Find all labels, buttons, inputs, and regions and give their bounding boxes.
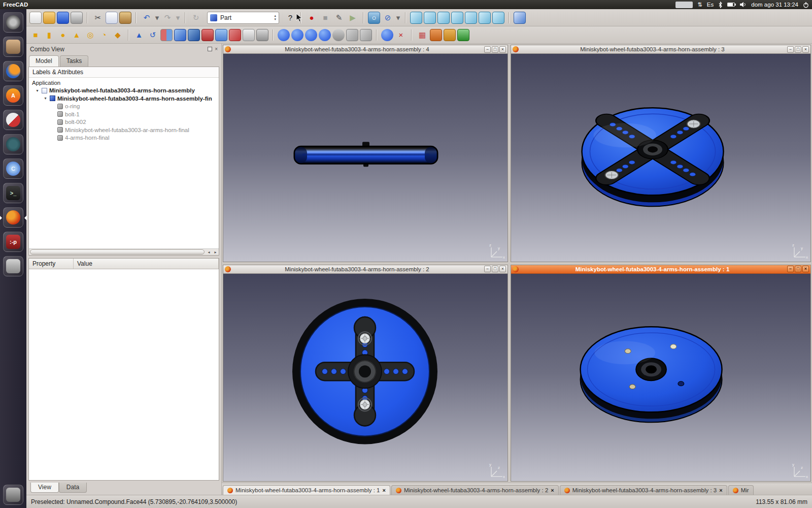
maximize-button[interactable]: □	[795, 46, 801, 53]
property-column-header[interactable]: Property	[29, 259, 74, 269]
scroll-left-icon[interactable]: ◂	[206, 250, 212, 255]
minimize-button[interactable]: −	[484, 266, 491, 272]
compound-icon[interactable]	[278, 29, 290, 41]
indicator-applet[interactable]	[675, 2, 693, 8]
horizontal-scrollbar[interactable]: ◂ ▸	[29, 248, 219, 255]
maximize-button[interactable]: □	[492, 46, 498, 53]
axonometric-view-icon[interactable]	[410, 12, 422, 24]
freecad-icon[interactable]	[3, 207, 23, 228]
wheel-isometric-top-view[interactable]	[511, 54, 810, 262]
section-icon[interactable]	[332, 29, 345, 41]
terminal-icon[interactable]: >_	[3, 183, 23, 203]
workspace-switcher-icon[interactable]	[3, 256, 23, 276]
undo-dropdown-icon[interactable]: ▾	[154, 12, 160, 24]
scroll-right-icon[interactable]: ▸	[212, 250, 219, 255]
undo-icon[interactable]: ↶	[141, 12, 153, 24]
scrollbar-thumb[interactable]	[30, 249, 205, 255]
top-view-icon[interactable]	[437, 12, 450, 24]
macro-edit-icon[interactable]: ✎	[333, 12, 345, 24]
chamfer-icon[interactable]	[188, 29, 200, 41]
import-step-icon[interactable]	[430, 29, 442, 41]
minimize-button[interactable]: −	[787, 266, 794, 272]
fillet-icon[interactable]	[174, 29, 186, 41]
3d-viewport-isometric-back[interactable]: y z x	[511, 274, 810, 482]
maximize-button[interactable]: □	[492, 266, 498, 272]
measure-distance-icon[interactable]	[514, 12, 526, 24]
defeaturing-icon[interactable]: ×	[395, 29, 407, 41]
wheel-side-view[interactable]	[223, 54, 507, 262]
window-tab-2[interactable]: Miniskybot-wheel-futaba3003-4-arms-horn-…	[391, 485, 559, 495]
combo-view-header[interactable]: Combo View ×	[26, 44, 221, 54]
wheel-top-view[interactable]	[223, 274, 507, 482]
sync-arrows-icon[interactable]: ⇅	[697, 1, 702, 8]
tree-item-application[interactable]: Application	[29, 79, 219, 87]
tree-item-bolt-1[interactable]: bolt-1	[29, 110, 219, 118]
draw-style-dropdown-icon[interactable]: ▾	[395, 12, 401, 24]
chromium-icon[interactable]: C	[3, 158, 23, 179]
volume-icon[interactable]	[739, 2, 747, 8]
macro-stop-icon[interactable]: ■	[319, 12, 331, 24]
close-button[interactable]: ×	[802, 46, 809, 53]
tab-view[interactable]: View	[30, 483, 59, 493]
tree-item-horn[interactable]: Miniskybot-wheel-futaba3003-ar-arms-horn…	[29, 126, 219, 134]
value-column-header[interactable]: Value	[74, 259, 219, 269]
bottom-view-icon[interactable]	[479, 12, 491, 24]
ruled-surface-icon[interactable]	[201, 29, 214, 41]
new-document-icon[interactable]	[29, 12, 42, 24]
close-button[interactable]: ×	[499, 46, 506, 53]
clock[interactable]: dom ago 31 13:24	[751, 2, 798, 8]
redo-icon[interactable]: ↷	[161, 12, 174, 24]
battery-icon[interactable]	[727, 3, 735, 7]
open-document-icon[interactable]	[43, 12, 55, 24]
window-titlebar[interactable]: Miniskybot-wheel-futaba3003-4-arms-horn-…	[223, 265, 507, 274]
keyboard-layout-indicator[interactable]: Es	[707, 2, 714, 8]
software-center-icon[interactable]: A	[3, 85, 23, 106]
spinner-arrows-icon[interactable]: ▴▾	[274, 14, 276, 21]
cylinder-icon[interactable]: ▮	[43, 29, 55, 41]
wheel-isometric-back-view[interactable]	[511, 274, 810, 482]
torus-icon[interactable]: ◎	[84, 29, 96, 41]
migrate-icon[interactable]	[457, 29, 469, 41]
3d-viewport-side[interactable]: z y x	[223, 54, 507, 262]
workbench-selector[interactable]: Part ▴▾	[207, 12, 279, 24]
boolean-common-icon[interactable]	[319, 29, 331, 41]
trash-icon[interactable]	[3, 485, 23, 505]
print-icon[interactable]	[71, 12, 83, 24]
tree-item-assembly-final[interactable]: ▾ Miniskybot-wheel-futaba3003-4-arms-hor…	[29, 94, 219, 103]
sphere-icon[interactable]: ●	[57, 29, 69, 41]
tube-icon[interactable]: ◔	[98, 29, 110, 41]
window-titlebar[interactable]: Miniskybot-wheel-futaba3003-4-arms-horn-…	[511, 45, 810, 54]
files-icon[interactable]	[3, 37, 23, 57]
expander-icon[interactable]: ▾	[43, 96, 48, 101]
macro-record-icon[interactable]: ●	[306, 12, 318, 24]
tab-data[interactable]: Data	[59, 483, 87, 493]
tree-item-o-ring[interactable]: o-ring	[29, 103, 219, 111]
3d-viewport-isometric-top[interactable]: z y x	[511, 54, 810, 262]
refine-shape-icon[interactable]	[381, 29, 393, 41]
offset-icon[interactable]	[243, 29, 255, 41]
loft-icon[interactable]	[215, 29, 227, 41]
shape-builder-icon[interactable]: ◆	[112, 29, 124, 41]
check-geometry-icon[interactable]: ▦	[416, 29, 428, 41]
close-button[interactable]: ×	[802, 266, 809, 272]
expander-icon[interactable]: ▾	[35, 88, 40, 93]
firefox-icon[interactable]	[3, 61, 23, 81]
front-view-icon[interactable]	[424, 12, 436, 24]
close-button[interactable]: ×	[499, 266, 506, 272]
builder-cube-icon[interactable]	[360, 29, 372, 41]
ubuntu-one-icon[interactable]	[3, 134, 23, 154]
cross-sections-icon[interactable]	[346, 29, 358, 41]
minimize-button[interactable]: −	[787, 46, 794, 53]
paste-icon[interactable]	[119, 12, 131, 24]
extrude-icon[interactable]: ▲	[133, 29, 145, 41]
export-step-icon[interactable]	[444, 29, 456, 41]
tab-close-icon[interactable]: ×	[382, 487, 385, 493]
system-settings-icon[interactable]	[3, 110, 23, 130]
tab-close-icon[interactable]: ×	[719, 487, 722, 493]
copy-icon[interactable]	[106, 12, 118, 24]
whats-this-icon[interactable]: ?	[284, 12, 296, 24]
zoom-fit-icon[interactable]: ○	[368, 12, 380, 24]
refresh-icon[interactable]: ↻	[190, 12, 202, 24]
tab-close-icon[interactable]: ×	[551, 487, 554, 493]
tab-model[interactable]: Model	[29, 55, 59, 67]
